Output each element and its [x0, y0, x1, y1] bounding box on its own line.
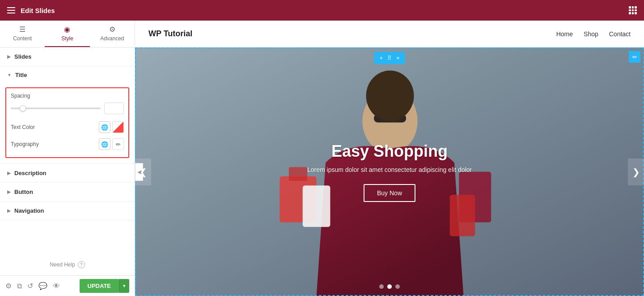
update-group: UPDATE ▾ — [80, 279, 129, 293]
nav-item-contact[interactable]: Contact — [609, 30, 631, 38]
typography-edit-icon[interactable]: ✏ — [112, 138, 124, 150]
slide-content: Easy Shopping Lorem ipsum dolor sit amet… — [307, 142, 472, 202]
slider-dot-3[interactable] — [395, 284, 400, 289]
tab-content-label: Content — [13, 35, 32, 42]
edit-pen-corner-btn[interactable]: ✏ — [629, 51, 640, 63]
spacing-row: Spacing — [11, 93, 124, 114]
edit-toolbar: + ⠿ × — [374, 52, 405, 64]
svg-rect-3 — [289, 167, 307, 181]
slider-dots — [379, 284, 400, 289]
typography-controls: 🌐 ✏ — [99, 138, 124, 150]
spacing-controls — [11, 103, 124, 114]
grid-icon[interactable] — [629, 6, 637, 14]
comments-icon[interactable]: 💬 — [38, 282, 47, 290]
slides-section-header[interactable]: ▶ Slides — [0, 47, 135, 66]
left-panel: ☰ Content ◉ Style ⚙ Advanced ▶ Slides — [0, 21, 135, 296]
content-tab-icon: ☰ — [19, 25, 25, 34]
text-color-row: Text Color 🌐 — [11, 119, 124, 136]
description-section-header[interactable]: ▶ Description — [0, 164, 135, 183]
tab-style[interactable]: ◉ Style — [45, 21, 89, 47]
tab-advanced[interactable]: ⚙ Advanced — [90, 21, 135, 47]
navigation-section-header[interactable]: ▶ Navigation — [0, 202, 135, 220]
edit-toolbar-move-btn[interactable]: ⠿ — [386, 54, 394, 62]
website-nav: Home Shop Contact — [556, 30, 631, 38]
eye-icon[interactable]: 👁 — [53, 282, 60, 290]
title-section-label: Title — [15, 72, 27, 78]
slider-area: + ⠿ × ◀ ✏ Easy Shopping Lorem ipsum dolo… — [135, 47, 644, 296]
slide-cta-button[interactable]: Buy Now — [364, 184, 415, 202]
title-chevron-icon: ▼ — [7, 73, 12, 77]
edit-toolbar-close-btn[interactable]: × — [394, 54, 402, 62]
text-color-controls: 🌐 — [99, 121, 124, 133]
slider-next-button[interactable]: ❯ — [628, 159, 644, 185]
need-help-icon: ? — [78, 261, 85, 268]
slider-dot-2[interactable] — [387, 284, 392, 289]
slider-prev-button[interactable]: ❮ — [135, 159, 151, 185]
button-section-label: Button — [14, 189, 33, 195]
slides-section-label: Slides — [14, 53, 31, 60]
top-bar: Edit Slides — [0, 0, 644, 21]
website-header: WP Tutorial Home Shop Contact — [135, 21, 644, 47]
slides-chevron-icon: ▶ — [7, 54, 11, 59]
button-section-header[interactable]: ▶ Button — [0, 183, 135, 202]
navigation-chevron-icon: ▶ — [7, 208, 11, 213]
title-properties-box: Spacing Text Color 🌐 — [5, 87, 129, 158]
text-color-picker[interactable] — [112, 121, 124, 133]
typography-row: Typography 🌐 ✏ — [11, 136, 124, 153]
top-bar-left: Edit Slides — [7, 7, 55, 14]
right-content: WP Tutorial Home Shop Contact — [135, 21, 644, 296]
typography-label: Typography — [11, 141, 99, 147]
nav-item-home[interactable]: Home — [556, 30, 573, 38]
advanced-tab-icon: ⚙ — [109, 25, 115, 34]
title-section: ▼ Title Spacing — [0, 66, 135, 164]
tab-content[interactable]: ☰ Content — [0, 21, 45, 47]
panel-content: ▶ Slides ▼ Title Spacing — [0, 47, 135, 254]
tab-style-label: Style — [61, 35, 73, 42]
layers-icon[interactable]: ⧉ — [17, 282, 22, 290]
title-section-header[interactable]: ▼ Title — [0, 66, 135, 84]
history-icon[interactable]: ↺ — [27, 282, 33, 290]
need-help-label: Need Help — [50, 262, 75, 268]
need-help[interactable]: Need Help ? — [0, 254, 135, 275]
tab-bar: ☰ Content ◉ Style ⚙ Advanced — [0, 21, 135, 47]
slide-title: Easy Shopping — [307, 142, 472, 161]
button-chevron-icon: ▶ — [7, 189, 11, 194]
style-tab-icon: ◉ — [64, 25, 70, 34]
slider-dot-1[interactable] — [379, 284, 384, 289]
website-logo: WP Tutorial — [148, 29, 192, 39]
main-layout: ☰ Content ◉ Style ⚙ Advanced ▶ Slides — [0, 21, 644, 296]
navigation-section-label: Navigation — [14, 207, 44, 214]
svg-point-8 — [366, 70, 414, 121]
update-button[interactable]: UPDATE — [80, 279, 119, 293]
slide-description: Lorem ipsum dolor sit amet consectetur a… — [307, 166, 472, 173]
description-chevron-icon: ▶ — [7, 171, 11, 176]
update-dropdown-button[interactable]: ▾ — [119, 279, 129, 293]
spacing-input[interactable] — [104, 103, 124, 114]
top-bar-title: Edit Slides — [21, 7, 55, 14]
edit-toolbar-add-btn[interactable]: + — [377, 54, 385, 62]
bottom-toolbar: ⚙ ⧉ ↺ 💬 👁 UPDATE ▾ — [0, 275, 135, 296]
tab-advanced-label: Advanced — [100, 35, 124, 42]
spacing-slider-thumb[interactable] — [20, 105, 26, 112]
settings-icon[interactable]: ⚙ — [5, 282, 12, 290]
typography-global-icon[interactable]: 🌐 — [99, 138, 110, 150]
text-color-global-icon[interactable]: 🌐 — [99, 121, 110, 133]
spacing-label: Spacing — [11, 93, 124, 99]
hamburger-icon[interactable] — [7, 7, 15, 13]
text-color-label: Text Color — [11, 124, 99, 130]
nav-item-shop[interactable]: Shop — [584, 30, 598, 38]
description-section-label: Description — [14, 170, 47, 176]
spacing-slider-track[interactable] — [11, 107, 101, 109]
